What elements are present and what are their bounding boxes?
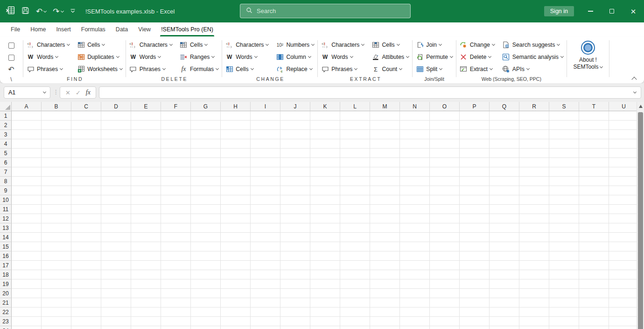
extract-phrases-button[interactable]: Phrases — [318, 64, 360, 74]
cell[interactable] — [191, 111, 221, 121]
cell[interactable] — [191, 289, 221, 298]
cell[interactable] — [490, 214, 519, 223]
cell[interactable] — [71, 139, 101, 149]
cell[interactable] — [579, 121, 609, 130]
extract-count-button[interactable]: Σ Count — [369, 64, 405, 74]
cell[interactable] — [221, 158, 251, 167]
cell[interactable] — [430, 139, 460, 149]
cell[interactable] — [340, 223, 370, 233]
cell[interactable] — [370, 111, 400, 121]
cell[interactable] — [191, 223, 221, 233]
cell[interactable] — [101, 205, 131, 214]
cell[interactable] — [549, 139, 579, 149]
cell[interactable] — [340, 167, 370, 177]
search-input[interactable]: Search — [240, 4, 411, 18]
cell[interactable] — [340, 242, 370, 251]
cell[interactable] — [12, 186, 42, 195]
cell[interactable] — [71, 279, 101, 289]
cell[interactable] — [370, 308, 400, 317]
cell[interactable] — [310, 177, 340, 186]
row-header[interactable]: 7 — [0, 167, 12, 177]
cell[interactable] — [430, 270, 460, 279]
cell[interactable] — [161, 167, 191, 177]
row-header[interactable]: 1 — [0, 111, 12, 121]
cell[interactable] — [42, 317, 71, 326]
cell[interactable] — [12, 251, 42, 261]
cell[interactable] — [101, 214, 131, 223]
row-header[interactable]: 23 — [0, 317, 12, 326]
column-header[interactable]: E — [131, 102, 161, 111]
cell[interactable] — [549, 326, 579, 329]
cell[interactable] — [280, 289, 310, 298]
column-header[interactable]: T — [579, 102, 609, 111]
cell[interactable] — [370, 223, 400, 233]
cell[interactable] — [370, 139, 400, 149]
cell[interactable] — [131, 242, 161, 251]
cell[interactable] — [251, 158, 280, 167]
cell[interactable] — [161, 233, 191, 242]
cell[interactable] — [549, 186, 579, 195]
cell[interactable] — [460, 308, 490, 317]
tab-insert[interactable]: Insert — [51, 22, 76, 36]
cell[interactable] — [310, 121, 340, 130]
cell[interactable] — [340, 279, 370, 289]
cell[interactable] — [101, 195, 131, 205]
cell[interactable] — [370, 177, 400, 186]
cell[interactable] — [400, 177, 430, 186]
cell[interactable] — [430, 167, 460, 177]
cell[interactable] — [280, 214, 310, 223]
cell[interactable] — [191, 186, 221, 195]
cell[interactable] — [42, 186, 71, 195]
cell[interactable] — [42, 139, 71, 149]
cell[interactable] — [251, 242, 280, 251]
column-header[interactable]: S — [549, 102, 579, 111]
cell[interactable] — [42, 158, 71, 167]
tab-view[interactable]: View — [133, 22, 156, 36]
change-characters-button[interactable]: <! Characters — [223, 40, 271, 50]
row-header[interactable]: 3 — [0, 130, 12, 139]
cell[interactable] — [161, 242, 191, 251]
cell[interactable] — [430, 326, 460, 329]
cell[interactable] — [460, 261, 490, 270]
cell[interactable] — [609, 279, 639, 289]
cell[interactable] — [370, 167, 400, 177]
cell[interactable] — [549, 308, 579, 317]
cell[interactable] — [460, 130, 490, 139]
cell[interactable] — [12, 261, 42, 270]
cell[interactable] — [609, 130, 639, 139]
cell[interactable] — [280, 223, 310, 233]
cell[interactable] — [340, 177, 370, 186]
enter-icon[interactable]: ✓ — [76, 90, 81, 96]
cell[interactable] — [370, 158, 400, 167]
cancel-icon[interactable]: ✕ — [65, 90, 70, 96]
row-header[interactable]: 20 — [0, 289, 12, 298]
redo-button[interactable]: ↷ — [53, 7, 63, 15]
cell[interactable] — [519, 177, 549, 186]
cell[interactable] — [191, 214, 221, 223]
cell[interactable] — [131, 205, 161, 214]
tab-formulas[interactable]: Formulas — [76, 22, 111, 36]
cell[interactable] — [191, 251, 221, 261]
sign-in-button[interactable]: Sign in — [544, 6, 574, 16]
cell[interactable] — [490, 186, 519, 195]
cell[interactable] — [430, 298, 460, 308]
permute-button[interactable]: Permute — [413, 52, 455, 62]
cell[interactable] — [42, 167, 71, 177]
cell[interactable] — [310, 326, 340, 329]
cell[interactable] — [71, 261, 101, 270]
cell[interactable] — [221, 223, 251, 233]
split-button[interactable]: Split — [413, 64, 445, 74]
cell[interactable] — [131, 308, 161, 317]
cell[interactable] — [42, 121, 71, 130]
cell[interactable] — [310, 233, 340, 242]
cell[interactable] — [221, 195, 251, 205]
cell[interactable] — [519, 317, 549, 326]
cell[interactable] — [519, 121, 549, 130]
row-header[interactable]: 2 — [0, 121, 12, 130]
cell[interactable] — [71, 326, 101, 329]
join-button[interactable]: Join — [413, 40, 444, 50]
cell[interactable] — [490, 251, 519, 261]
cell[interactable] — [370, 326, 400, 329]
cell[interactable] — [221, 242, 251, 251]
cell[interactable] — [191, 205, 221, 214]
